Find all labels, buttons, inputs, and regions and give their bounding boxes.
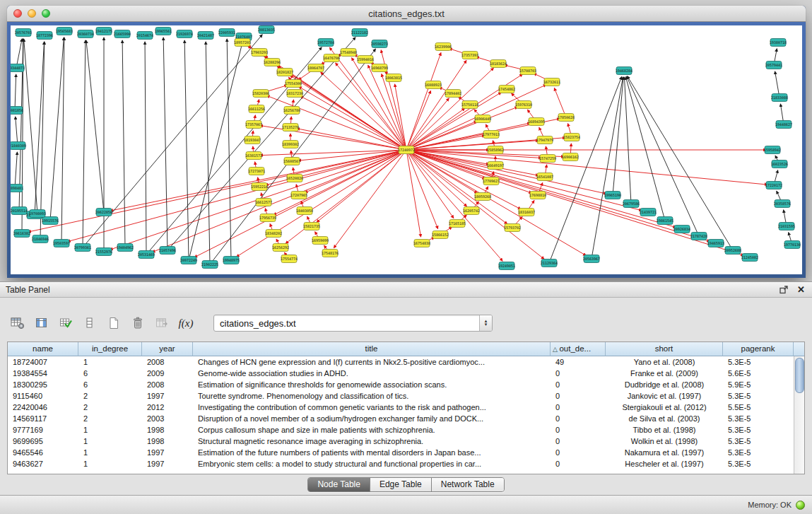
network-edge[interactable] <box>15 152 17 185</box>
table-cell[interactable]: 9465546 <box>8 447 78 458</box>
table-cell[interactable]: 1997 <box>142 390 193 402</box>
table-cell[interactable]: 5.9E-5 <box>723 379 794 390</box>
network-node[interactable]: 21122182 <box>351 29 368 37</box>
network-node[interactable]: 21665990 <box>114 30 131 38</box>
table-cell[interactable]: Embryonic stem cells: a model to study s… <box>193 458 551 469</box>
network-node[interactable]: 19404962 <box>117 244 134 252</box>
network-node[interactable]: 15823754 <box>563 134 580 141</box>
network-node[interactable]: 21840309 <box>11 142 26 150</box>
table-cell[interactable]: 9115460 <box>8 390 78 402</box>
network-node[interactable]: 17548176 <box>322 250 339 257</box>
table-cell[interactable]: Corpus callosum shape and size in male p… <box>193 424 551 436</box>
network-node[interactable]: 17273071 <box>248 168 265 175</box>
minimize-window-button[interactable] <box>28 9 36 18</box>
network-node[interactable]: 20679586 <box>623 200 640 208</box>
table-cell[interactable]: 14569117 <box>8 413 78 424</box>
table-cell[interactable]: 9699695 <box>8 436 78 447</box>
network-node[interactable]: 15821735 <box>303 223 320 230</box>
network-edge[interactable] <box>227 39 231 257</box>
table-row[interactable]: 946362711997Embryonic stem cells: a mode… <box>8 458 794 469</box>
network-node[interactable]: 16732611 <box>543 78 560 86</box>
network-node[interactable]: 16649197 <box>487 162 504 170</box>
table-row[interactable]: 946554611997Estimation of the future num… <box>8 447 794 458</box>
network-node[interactable]: 19380718 <box>770 39 787 47</box>
network-node[interactable]: 17240972 <box>398 146 415 154</box>
network-node[interactable]: 22005931 <box>218 29 235 37</box>
network-node[interactable]: 20972249 <box>180 257 197 264</box>
network-node[interactable]: 15866152 <box>432 231 449 239</box>
network-node[interactable]: 21926974 <box>176 30 193 38</box>
table-cell[interactable]: 6 <box>78 368 142 379</box>
network-node[interactable]: 15994016 <box>357 56 374 64</box>
network-node[interactable]: 16541087 <box>536 173 553 181</box>
tab-network-table[interactable]: Network Table <box>432 478 504 491</box>
network-node[interactable]: 15608567 <box>283 158 300 165</box>
network-node[interactable]: 18957203 <box>234 39 251 47</box>
network-edge[interactable] <box>86 40 104 209</box>
network-node[interactable]: 16381572 <box>245 152 262 160</box>
network-edge[interactable] <box>775 71 779 95</box>
network-node[interactable]: 17947979 <box>536 136 553 144</box>
network-node[interactable]: 16906449 <box>474 115 491 123</box>
table-row[interactable]: 911546021997Tourette syndrome. Phenomeno… <box>8 390 794 402</box>
table-cell[interactable]: Structural magnetic resonance image aver… <box>193 436 551 447</box>
table-cell[interactable]: 5.3E-5 <box>723 436 794 447</box>
table-cell[interactable]: 2012 <box>142 402 193 413</box>
column-header-in-degree[interactable]: in_degree <box>78 342 142 356</box>
network-node[interactable]: 21552976 <box>95 248 112 256</box>
network-node[interactable]: 16959099 <box>312 237 329 245</box>
table-cell[interactable]: 2 <box>78 390 142 402</box>
function-builder-button[interactable]: f(x) <box>177 314 195 332</box>
table-cell[interactable]: 2009 <box>142 368 193 379</box>
table-cell[interactable]: Estimation of the future numbers of pati… <box>193 447 551 458</box>
network-node[interactable]: 21833088 <box>771 94 788 102</box>
table-cell[interactable]: Stergiakouli et al. (2012) <box>606 402 723 413</box>
table-cell[interactable]: 1998 <box>142 436 193 447</box>
table-cell[interactable]: 1 <box>78 447 142 458</box>
column-header-name[interactable]: name <box>8 342 78 356</box>
network-node[interactable]: 20081856 <box>11 107 23 115</box>
network-edge[interactable] <box>148 47 322 252</box>
network-node[interactable]: 17956739 <box>259 214 276 222</box>
network-node[interactable]: 16754838 <box>413 240 430 247</box>
network-node[interactable]: 16239906 <box>435 43 452 51</box>
network-node[interactable]: 21031595 <box>778 223 795 230</box>
network-edge[interactable] <box>546 165 547 174</box>
network-node[interactable]: 21439721 <box>640 209 657 216</box>
network-edge[interactable] <box>408 108 464 148</box>
network-node[interactable]: 17165185 <box>449 220 466 228</box>
table-cell[interactable]: 5.3E-5 <box>723 413 794 424</box>
network-node[interactable]: 18183624 <box>490 60 507 68</box>
import-table-button[interactable] <box>153 314 171 332</box>
table-source-select[interactable]: citations_edges.txt ▲▼ <box>213 315 493 332</box>
table-vertical-scrollbar[interactable] <box>794 356 804 474</box>
network-node[interactable]: 16611256 <box>248 105 265 113</box>
table-row[interactable]: 1938455462009Genome-wide association stu… <box>8 368 794 379</box>
table-cell[interactable]: 1 <box>78 424 142 436</box>
table-cell[interactable]: 0 <box>551 413 606 424</box>
network-node[interactable]: 16256780 <box>283 107 300 115</box>
network-node[interactable]: 19572784 <box>317 39 334 47</box>
network-edge[interactable] <box>567 124 570 135</box>
network-edge[interactable] <box>775 49 777 62</box>
network-node[interactable]: 17698810 <box>529 192 546 199</box>
network-node[interactable]: 18317230 <box>286 90 303 98</box>
network-node[interactable]: 17709627 <box>483 177 500 185</box>
table-cell[interactable]: 5.3E-5 <box>723 424 794 436</box>
table-cell[interactable]: 1997 <box>142 447 193 458</box>
table-cell[interactable]: 0 <box>551 379 606 390</box>
network-node[interactable]: 19503597 <box>53 240 70 247</box>
network-node[interactable]: 20358576 <box>774 200 791 208</box>
column-header-short[interactable]: short <box>606 342 723 356</box>
network-node[interactable]: 17548948 <box>340 49 357 57</box>
network-edge[interactable] <box>184 40 189 257</box>
network-node[interactable]: 19948975 <box>223 257 240 264</box>
network-edge[interactable] <box>194 151 404 257</box>
network-node[interactable]: 17894402 <box>445 90 461 98</box>
table-cell[interactable]: 2008 <box>142 379 193 390</box>
network-edge[interactable] <box>16 117 18 143</box>
network-node[interactable]: 19249051 <box>498 262 515 270</box>
table-cell[interactable]: Hescheler et al. (1997) <box>606 458 723 469</box>
column-header-year[interactable]: year <box>142 342 193 356</box>
network-node[interactable]: 19965561 <box>155 28 172 35</box>
